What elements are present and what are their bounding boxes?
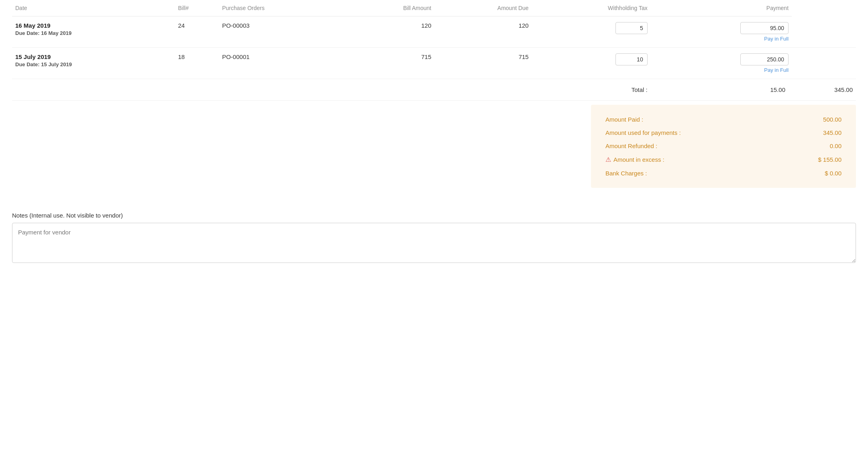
row1-due-date: Due Date: 16 May 2019 bbox=[15, 30, 171, 36]
po-header: Purchase Orders bbox=[219, 0, 345, 16]
amount-paid-label: Amount Paid : bbox=[605, 116, 643, 123]
row1-po: PO-00003 bbox=[219, 16, 345, 48]
row1-amount-due: 120 bbox=[434, 16, 532, 48]
total-wht-span: 15.00 bbox=[770, 86, 786, 93]
row1-wht-cell bbox=[532, 16, 651, 48]
total-row: Total : 15.00 345.00 bbox=[12, 79, 856, 101]
amount-due-header: Amount Due bbox=[434, 0, 532, 16]
row1-payment-input[interactable] bbox=[740, 22, 789, 34]
bill-amount-header: Bill Amount bbox=[345, 0, 434, 16]
row2-pay-in-full[interactable]: Pay in Full bbox=[654, 67, 789, 73]
row2-due-date: Due Date: 15 July 2019 bbox=[15, 61, 171, 67]
table-row: 16 May 2019 Due Date: 16 May 2019 24 PO-… bbox=[12, 16, 856, 48]
row2-payment-input[interactable] bbox=[740, 53, 789, 65]
notes-section: Notes (Internal use. Not visible to vend… bbox=[12, 204, 856, 264]
row1-bill-num: 24 bbox=[175, 16, 219, 48]
row2-date-cell: 15 July 2019 Due Date: 15 July 2019 bbox=[12, 48, 175, 79]
row1-wht-input[interactable] bbox=[615, 22, 648, 34]
total-wht-value: 15.00 bbox=[651, 79, 792, 101]
amount-paid-row: Amount Paid : 500.00 bbox=[605, 116, 842, 123]
amount-refunded-value: 0.00 bbox=[801, 142, 842, 149]
warning-icon: ⚠ bbox=[605, 156, 611, 163]
row1-pay-in-full[interactable]: Pay in Full bbox=[654, 36, 789, 42]
row2-amount-due: 715 bbox=[434, 48, 532, 79]
row1-date-cell: 16 May 2019 Due Date: 16 May 2019 bbox=[12, 16, 175, 48]
row2-bill-amount: 715 bbox=[345, 48, 434, 79]
amount-excess-value: $ 155.00 bbox=[801, 156, 842, 163]
row2-wht-input[interactable] bbox=[615, 53, 648, 65]
total-spacer bbox=[12, 79, 532, 101]
amount-excess-row: ⚠ Amount in excess : $ 155.00 bbox=[605, 156, 842, 163]
row2-payment-cell: Pay in Full bbox=[651, 48, 792, 79]
total-label: Total : bbox=[532, 79, 651, 101]
amount-used-value: 345.00 bbox=[801, 129, 842, 136]
bank-charges-value: $ 0.00 bbox=[801, 170, 842, 177]
summary-box: Amount Paid : 500.00 Amount used for pay… bbox=[591, 105, 856, 188]
total-payment-value: 345.00 bbox=[792, 79, 856, 101]
row2-date: 15 July 2019 bbox=[15, 53, 171, 60]
amount-refunded-row: Amount Refunded : 0.00 bbox=[605, 142, 842, 149]
row2-bill-num: 18 bbox=[175, 48, 219, 79]
row1-due-date-value: 16 May 2019 bbox=[41, 30, 71, 36]
amount-excess-label-text: Amount in excess : bbox=[613, 156, 664, 163]
amount-excess-label: ⚠ Amount in excess : bbox=[605, 156, 664, 163]
due-date-label: Due Date: bbox=[15, 30, 40, 36]
row2-po: PO-00001 bbox=[219, 48, 345, 79]
row2-due-date-value: 15 July 2019 bbox=[41, 61, 72, 67]
row1-date: 16 May 2019 bbox=[15, 22, 171, 29]
row1-bill-amount: 120 bbox=[345, 16, 434, 48]
amount-used-label: Amount used for payments : bbox=[605, 129, 681, 136]
wht-header: Withholding Tax bbox=[532, 0, 651, 16]
table-row: 15 July 2019 Due Date: 15 July 2019 18 P… bbox=[12, 48, 856, 79]
amount-paid-value: 500.00 bbox=[801, 116, 842, 123]
due-date-label2: Due Date: bbox=[15, 61, 40, 67]
notes-textarea[interactable] bbox=[12, 223, 856, 263]
date-header: Date bbox=[12, 0, 175, 16]
bill-header: Bill# bbox=[175, 0, 219, 16]
payment-header: Payment bbox=[651, 0, 792, 16]
bank-charges-label: Bank Charges : bbox=[605, 170, 647, 177]
notes-label: Notes (Internal use. Not visible to vend… bbox=[12, 212, 856, 219]
amount-refunded-label: Amount Refunded : bbox=[605, 142, 657, 149]
amount-used-row: Amount used for payments : 345.00 bbox=[605, 129, 842, 136]
bank-charges-row: Bank Charges : $ 0.00 bbox=[605, 170, 842, 177]
row2-wht-cell bbox=[532, 48, 651, 79]
row1-payment-cell: Pay in Full bbox=[651, 16, 792, 48]
